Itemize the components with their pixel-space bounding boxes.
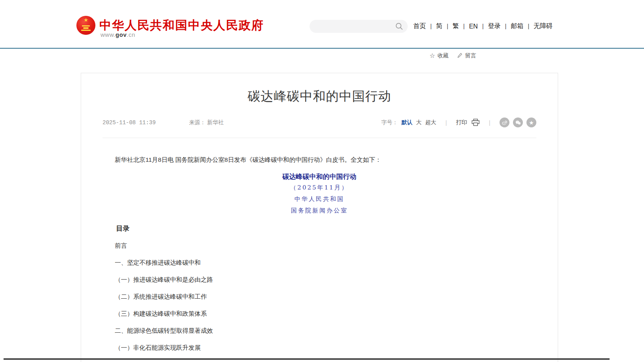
- toc-item: 前言: [103, 241, 536, 250]
- window-bottom-edge: [4, 358, 610, 360]
- emblem-disc: ★: [76, 16, 95, 35]
- article-source: 来源： 新华社: [189, 119, 224, 126]
- page: ★ 中华人民共和国中央人民政府 www.gov.cn 首页| 简| 繁| EN|…: [0, 0, 644, 362]
- font-size-label: 字号：: [381, 119, 398, 126]
- site-url-suffix: .cn: [127, 31, 135, 38]
- article-title: 碳达峰碳中和的中国行动: [103, 88, 536, 105]
- search-icon[interactable]: [395, 22, 403, 30]
- pencil-icon: [457, 53, 463, 59]
- site-header: ★ 中华人民共和国中央人民政府 www.gov.cn 首页| 简| 繁| EN|…: [0, 0, 644, 49]
- search-box[interactable]: [310, 20, 408, 33]
- doc-org-line: 中华人民共和国: [103, 195, 536, 203]
- lead-paragraph: 新华社北京11月8日电 国务院新闻办公室8日发布《碳达峰碳中和的中国行动》白皮书…: [103, 155, 536, 165]
- nav-separator: |: [528, 23, 529, 29]
- star-share-icon[interactable]: ★: [526, 118, 536, 127]
- doc-date: （2025年11月）: [103, 184, 536, 192]
- font-size-large-button[interactable]: 大: [416, 119, 422, 126]
- toc-item: （二）系统推进碳达峰碳中和工作: [103, 292, 536, 301]
- article-box: 碳达峰碳中和的中国行动 2025-11-08 11:39 来源： 新华社 字号：…: [81, 73, 558, 362]
- toolbar-separator: |: [489, 119, 490, 126]
- source-label: 来源：: [189, 119, 205, 125]
- nav-accessibility[interactable]: 无障碍: [534, 22, 553, 30]
- meta-divider: [103, 138, 536, 138]
- nav-separator: |: [505, 23, 507, 29]
- print-button[interactable]: 打印: [456, 119, 467, 126]
- weibo-share-icon[interactable]: [500, 118, 509, 127]
- nav-home[interactable]: 首页: [413, 22, 426, 30]
- nav-english[interactable]: EN: [469, 23, 478, 30]
- toc-item: （一）非化石能源实现跃升发展: [103, 343, 536, 353]
- nav-traditional[interactable]: 繁: [452, 22, 459, 30]
- toc-item: 一、坚定不移推进碳达峰碳中和: [103, 258, 536, 267]
- nav-separator: |: [447, 23, 448, 29]
- font-size-xlarge-button[interactable]: 超大: [425, 119, 436, 126]
- comment-label: 留言: [465, 52, 476, 59]
- emblem-gate-shape: [82, 25, 90, 27]
- nav-separator: |: [430, 23, 432, 29]
- publish-date: 2025-11-08 11:39: [103, 119, 156, 126]
- document-body: 新华社北京11月8日电 国务院新闻办公室8日发布《碳达峰碳中和的中国行动》白皮书…: [103, 155, 536, 353]
- article-meta-row: 2025-11-08 11:39 来源： 新华社 字号： 默认 大 超大 | 打…: [103, 118, 536, 127]
- nav-simplified[interactable]: 简: [436, 22, 443, 30]
- site-url-prefix: www.: [101, 31, 116, 38]
- comment-button[interactable]: 留言: [457, 52, 476, 59]
- doc-title: 碳达峰碳中和的中国行动: [103, 172, 536, 182]
- font-size-default-button[interactable]: 默认: [401, 119, 412, 126]
- emblem-gate-shape: [84, 27, 89, 29]
- nav-login[interactable]: 登录: [488, 22, 501, 30]
- star-outline-icon: ☆: [429, 53, 435, 59]
- page-actions: ☆ 收藏 留言: [429, 52, 476, 59]
- header-divider: [0, 48, 644, 49]
- toc-item: （三）构建碳达峰碳中和政策体系: [103, 309, 536, 318]
- top-nav: 首页| 简| 繁| EN| 登录| 邮箱| 无障碍: [413, 22, 553, 30]
- site-url-main: gov: [116, 31, 127, 38]
- article-toolbar: 字号： 默认 大 超大 | 打印 |: [381, 118, 536, 127]
- search-input[interactable]: [310, 23, 395, 30]
- wechat-share-icon[interactable]: [513, 118, 523, 127]
- emblem-gate-shape: [81, 30, 91, 31]
- toc-item: 二、能源绿色低碳转型取得显著成效: [103, 326, 536, 335]
- nav-separator: |: [463, 23, 465, 29]
- emblem-star-icon: ★: [84, 17, 88, 23]
- national-emblem-icon[interactable]: ★: [76, 16, 95, 35]
- toolbar-separator: |: [445, 119, 447, 126]
- site-url[interactable]: www.gov.cn: [101, 31, 135, 38]
- favorite-button[interactable]: ☆ 收藏: [429, 52, 448, 59]
- nav-separator: |: [482, 23, 484, 29]
- favorite-label: 收藏: [437, 52, 448, 59]
- doc-org-line: 国务院新闻办公室: [103, 207, 536, 215]
- printer-icon[interactable]: [471, 119, 480, 126]
- toc-item: （一）推进碳达峰碳中和是必由之路: [103, 275, 536, 284]
- nav-mail[interactable]: 邮箱: [511, 22, 523, 30]
- toc-heading: 目录: [103, 224, 536, 233]
- source-value[interactable]: 新华社: [207, 119, 224, 125]
- article-meta-left: 2025-11-08 11:39 来源： 新华社: [103, 119, 224, 126]
